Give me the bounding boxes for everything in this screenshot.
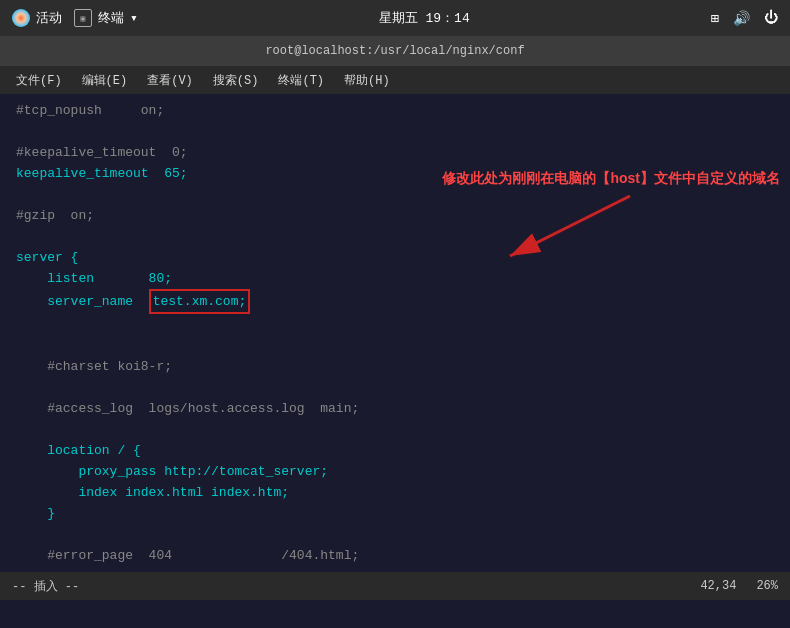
code-line-blank3 <box>16 377 774 398</box>
code-line-7 <box>16 226 774 247</box>
code-line-9: listen 80; <box>16 268 774 289</box>
title-bar: root@localhost:/usr/local/nginx/conf <box>0 36 790 66</box>
activities-button[interactable]: 活动 <box>12 9 62 27</box>
terminal-icon: ▣ <box>74 9 92 27</box>
system-bar-right: ⊞ 🔊 ⏻ <box>711 10 778 27</box>
system-bar: 活动 ▣ 终端 ▾ 星期五 19：14 ⊞ 🔊 ⏻ <box>0 0 790 36</box>
code-line-server-name: server_name test.xm.com; <box>16 289 774 314</box>
code-line-index: index index.html index.htm; <box>16 482 774 503</box>
code-line-4: keepalive_timeout 65; <box>16 163 774 184</box>
terminal-dropdown-icon: ▾ <box>130 10 138 26</box>
code-line-blank5 <box>16 524 774 545</box>
code-line-proxy: proxy_pass http://tomcat_server; <box>16 461 774 482</box>
code-line-2 <box>16 121 774 142</box>
server-name-value: test.xm.com; <box>149 289 251 314</box>
code-line-blank2 <box>16 335 774 356</box>
code-content: #tcp_nopush on; #keepalive_timeout 0; ke… <box>0 100 790 600</box>
status-right: 42,34 26% <box>700 579 778 593</box>
volume-icon: 🔊 <box>733 10 750 27</box>
code-line-charset: #charset koi8-r; <box>16 356 774 377</box>
scroll-percent: 26% <box>756 579 778 593</box>
menu-edit[interactable]: 编辑(E) <box>74 69 136 92</box>
power-icon: ⏻ <box>764 10 778 26</box>
code-line-1: #tcp_nopush on; <box>16 100 774 121</box>
code-line-5 <box>16 184 774 205</box>
menu-help[interactable]: 帮助(H) <box>336 69 398 92</box>
system-bar-left: 活动 ▣ 终端 ▾ <box>12 9 138 27</box>
window-title: root@localhost:/usr/local/nginx/conf <box>265 44 524 58</box>
menu-view[interactable]: 查看(V) <box>139 69 201 92</box>
cursor-position: 42,34 <box>700 579 736 593</box>
terminal-button[interactable]: ▣ 终端 ▾ <box>74 9 138 27</box>
code-line-brace: } <box>16 503 774 524</box>
menu-terminal[interactable]: 终端(T) <box>270 69 332 92</box>
code-line-8: server { <box>16 247 774 268</box>
activities-icon <box>12 9 30 27</box>
code-line-6: #gzip on; <box>16 205 774 226</box>
menu-bar: 文件(F) 编辑(E) 查看(V) 搜索(S) 终端(T) 帮助(H) <box>0 66 790 94</box>
code-line-error404: #error_page 404 /404.html; <box>16 545 774 566</box>
menu-file[interactable]: 文件(F) <box>8 69 70 92</box>
system-time: 星期五 19：14 <box>379 9 470 27</box>
activities-label: 活动 <box>36 9 62 27</box>
code-line-3: #keepalive_timeout 0; <box>16 142 774 163</box>
status-left: -- 插入 -- <box>12 578 79 595</box>
code-line-blank1 <box>16 314 774 335</box>
insert-mode-label: -- 插入 -- <box>12 578 79 595</box>
status-bar: -- 插入 -- 42,34 26% <box>0 572 790 600</box>
code-line-blank4 <box>16 419 774 440</box>
code-line-location: location / { <box>16 440 774 461</box>
network-icon: ⊞ <box>711 10 719 27</box>
code-line-access: #access_log logs/host.access.log main; <box>16 398 774 419</box>
terminal-label: 终端 <box>98 9 124 27</box>
menu-search[interactable]: 搜索(S) <box>205 69 267 92</box>
editor-area[interactable]: #tcp_nopush on; #keepalive_timeout 0; ke… <box>0 94 790 600</box>
